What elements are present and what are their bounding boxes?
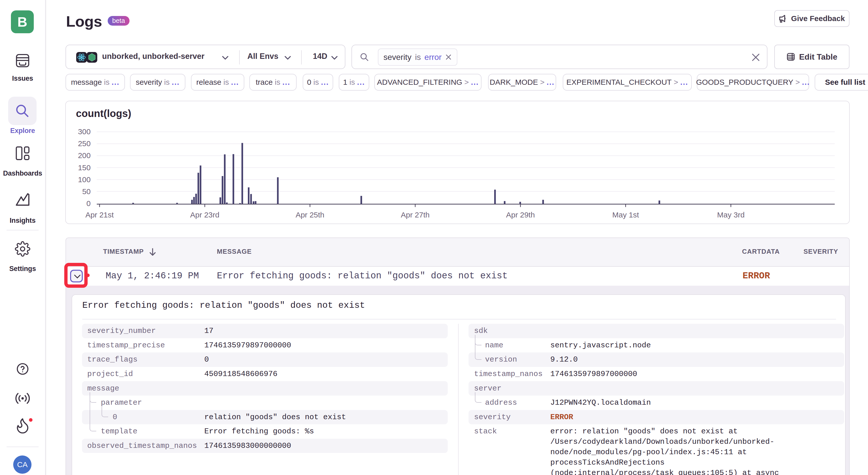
svg-text:50: 50 [82,187,91,196]
svg-text:150: 150 [78,163,91,172]
svg-text:200: 200 [78,151,91,160]
svg-text:Apr 29th: Apr 29th [506,211,535,219]
svg-text:May 3rd: May 3rd [717,211,745,219]
svg-text:Apr 27th: Apr 27th [401,211,429,219]
svg-text:May 1st: May 1st [612,211,639,219]
svg-text:250: 250 [78,139,91,148]
svg-text:Apr 25th: Apr 25th [296,211,324,219]
svg-text:Apr 23rd: Apr 23rd [190,211,219,219]
svg-text:0: 0 [86,199,91,208]
svg-text:Apr 21st: Apr 21st [85,211,114,219]
svg-text:300: 300 [78,127,91,136]
svg-text:100: 100 [78,175,91,184]
